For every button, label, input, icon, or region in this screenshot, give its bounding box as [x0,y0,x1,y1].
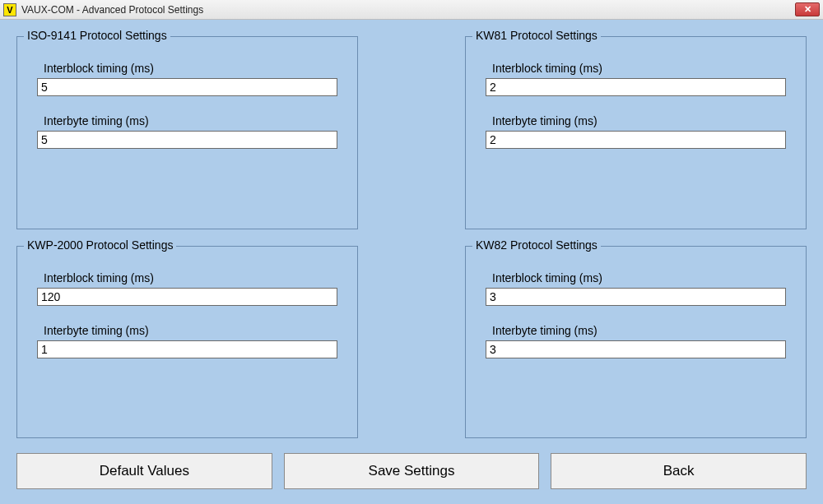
group-kwp2000: KWP-2000 Protocol Settings Interblock ti… [16,246,358,439]
group-kw81: KW81 Protocol Settings Interblock timing… [465,36,807,229]
kwp2000-interbyte-input[interactable] [37,340,337,358]
group-kw82-title: KW82 Protocol Settings [472,238,601,252]
iso9141-interblock-input[interactable] [37,78,337,96]
kw82-interbyte-label: Interbyte timing (ms) [492,324,786,337]
iso9141-interbyte-label: Interbyte timing (ms) [44,114,337,127]
kw82-interbyte-input[interactable] [486,340,786,358]
kwp2000-interblock-input[interactable] [37,288,337,306]
group-kw81-title: KW81 Protocol Settings [472,29,601,42]
kw82-interblock-field: Interblock timing (ms) [486,271,786,306]
default-values-button[interactable]: Default Values [16,453,272,489]
kw82-interbyte-field: Interbyte timing (ms) [486,324,786,358]
group-iso9141: ISO-9141 Protocol Settings Interblock ti… [16,36,358,229]
close-button[interactable]: ✕ [795,2,820,16]
group-iso9141-title: ISO-9141 Protocol Settings [24,29,170,42]
iso9141-interbyte-input[interactable] [37,131,337,149]
kw82-interblock-input[interactable] [486,288,786,306]
kw81-interblock-label: Interblock timing (ms) [492,62,786,75]
kw81-interbyte-input[interactable] [486,131,786,149]
close-icon: ✕ [804,4,811,15]
kwp2000-interbyte-label: Interbyte timing (ms) [44,324,337,337]
save-settings-button[interactable]: Save Settings [284,453,540,489]
group-kw82: KW82 Protocol Settings Interblock timing… [465,246,807,439]
kw81-interbyte-label: Interbyte timing (ms) [492,114,786,127]
kwp2000-interbyte-field: Interbyte timing (ms) [37,324,337,358]
kw81-interblock-input[interactable] [486,78,786,96]
client-area: ISO-9141 Protocol Settings Interblock ti… [0,20,823,504]
app-icon: V [3,3,16,16]
kwp2000-interblock-label: Interblock timing (ms) [44,271,337,284]
kw82-interblock-label: Interblock timing (ms) [492,271,786,284]
group-kwp2000-title: KWP-2000 Protocol Settings [24,238,176,252]
kw81-interbyte-field: Interbyte timing (ms) [486,114,786,149]
kwp2000-interblock-field: Interblock timing (ms) [37,271,337,306]
button-row: Default Values Save Settings Back [16,438,807,504]
back-button[interactable]: Back [551,453,807,489]
window-title: VAUX-COM - Advanced Protocol Settings [21,4,203,16]
settings-grid: ISO-9141 Protocol Settings Interblock ti… [16,36,807,438]
iso9141-interbyte-field: Interbyte timing (ms) [37,114,337,149]
titlebar: V VAUX-COM - Advanced Protocol Settings … [0,0,823,20]
iso9141-interblock-label: Interblock timing (ms) [44,62,337,75]
kw81-interblock-field: Interblock timing (ms) [486,62,786,96]
iso9141-interblock-field: Interblock timing (ms) [37,62,337,96]
